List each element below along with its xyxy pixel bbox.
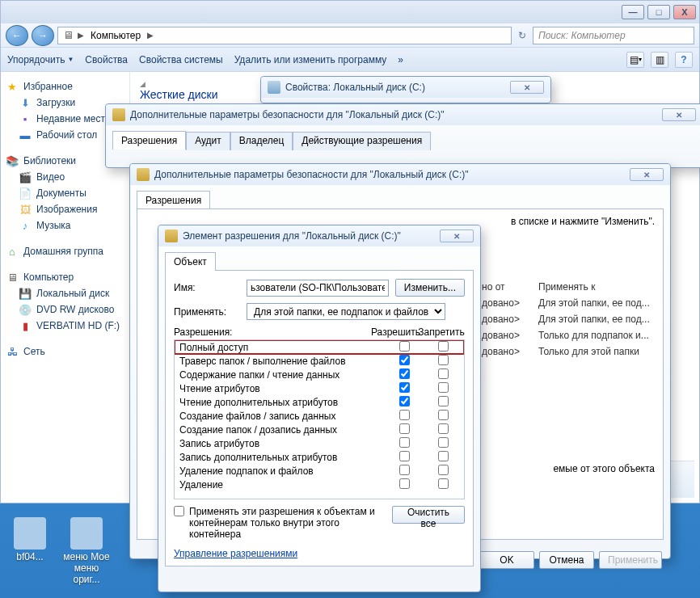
tab-effective[interactable]: Действующие разрешения xyxy=(293,132,431,150)
toolbar-properties[interactable]: Свойства xyxy=(85,54,128,65)
allow-checkbox[interactable] xyxy=(399,410,410,420)
maximize-button[interactable]: □ xyxy=(647,5,670,19)
deny-checkbox[interactable] xyxy=(438,382,449,393)
cancel-button[interactable]: Отмена xyxy=(539,551,594,569)
manage-permissions-link[interactable]: Управление разрешениями xyxy=(174,548,297,559)
sidebar-local-disk[interactable]: 💾Локальный диск xyxy=(4,285,126,301)
close-icon[interactable]: ✕ xyxy=(510,81,544,94)
permission-row[interactable]: Траверс папок / выполнение файлов xyxy=(175,354,464,368)
apply-to-select[interactable]: Для этой папки, ее подпапок и файлов xyxy=(247,303,445,320)
address-field[interactable]: 🖥 ▶ Компьютер ▶ xyxy=(57,27,512,44)
allow-checkbox[interactable] xyxy=(399,368,410,379)
permission-list[interactable]: Полный доступТраверс папок / выполнение … xyxy=(174,339,465,499)
adv1-title: Дополнительные параметры безопасности дл… xyxy=(130,109,445,120)
toolbar-system-props[interactable]: Свойства системы xyxy=(139,54,223,65)
deny-checkbox[interactable] xyxy=(438,451,449,461)
allow-checkbox[interactable] xyxy=(399,478,410,489)
adv2-titlebar[interactable]: Дополнительные параметры безопасности дл… xyxy=(130,164,670,185)
perm-titlebar[interactable]: Элемент разрешения для "Локальный диск (… xyxy=(158,225,480,246)
toolbar-organize[interactable]: Упорядочить▼ xyxy=(7,54,74,65)
deny-checkbox[interactable] xyxy=(438,341,449,352)
allow-checkbox[interactable] xyxy=(399,423,410,434)
apply-container-checkbox[interactable]: Применять эти разрешения к объектам и ко… xyxy=(174,506,384,540)
close-icon[interactable]: ✕ xyxy=(630,168,664,181)
allow-checkbox[interactable] xyxy=(399,341,410,352)
refresh-icon[interactable]: ↻ xyxy=(515,30,529,41)
deny-checkbox[interactable] xyxy=(438,396,449,406)
disk-icon: 💾 xyxy=(19,287,32,300)
close-icon[interactable]: ✕ xyxy=(440,230,474,242)
adv1-titlebar[interactable]: Дополнительные параметры безопасности дл… xyxy=(106,104,700,125)
permission-row[interactable]: Запись атрибутов xyxy=(175,436,464,450)
apply-container-chk[interactable] xyxy=(174,506,184,516)
deny-checkbox[interactable] xyxy=(438,368,449,379)
permission-row[interactable]: Создание файлов / запись данных xyxy=(175,409,464,423)
view-mode-button[interactable]: ▤▾ xyxy=(626,52,644,68)
allow-checkbox[interactable] xyxy=(399,437,410,448)
preview-pane-button[interactable]: ▥ xyxy=(651,52,668,68)
sidebar-favorites[interactable]: ★Избранное xyxy=(4,78,126,95)
allow-checkbox[interactable] xyxy=(399,396,410,406)
clear-all-button[interactable]: Очистить все xyxy=(392,506,465,524)
sidebar-network[interactable]: 🖧Сеть xyxy=(4,343,126,360)
table-row[interactable]: довано>Только для подпапок и... xyxy=(477,327,655,343)
recent-icon: ▪ xyxy=(19,112,32,125)
permission-row[interactable]: Удаление подпапок и файлов xyxy=(175,464,464,478)
permission-row[interactable]: Полный доступ xyxy=(175,340,464,354)
permission-name: Запись дополнительных атрибутов xyxy=(176,452,385,463)
deny-checkbox[interactable] xyxy=(438,423,449,434)
change-button[interactable]: Изменить... xyxy=(395,279,465,297)
permission-row[interactable]: Запись дополнительных атрибутов xyxy=(175,450,464,464)
tab-object[interactable]: Объект xyxy=(165,252,216,271)
desktop-file-1[interactable]: bf04... xyxy=(5,517,55,562)
deny-checkbox[interactable] xyxy=(438,465,449,475)
search-input[interactable]: Поиск: Компьютер xyxy=(533,27,694,44)
table-row[interactable]: довано>Только для этой папки xyxy=(477,343,655,360)
permission-row[interactable]: Чтение дополнительных атрибутов xyxy=(175,395,464,409)
deny-checkbox[interactable] xyxy=(438,355,449,365)
sidebar-music[interactable]: ♪Музыка xyxy=(4,217,126,234)
toolbar-more[interactable]: » xyxy=(398,54,403,65)
tab-permissions[interactable]: Разрешения xyxy=(112,131,186,150)
permission-row[interactable]: Удаление xyxy=(175,478,464,491)
sidebar-videos[interactable]: 🎬Видео xyxy=(4,169,126,185)
tab-audit[interactable]: Аудит xyxy=(186,132,230,150)
perm-panel: Имя: Изменить... Применять: Для этой пап… xyxy=(165,270,474,566)
help-button[interactable]: ? xyxy=(675,52,693,68)
cell-apply: Для этой папки, ее под... xyxy=(533,295,655,311)
sidebar-computer[interactable]: 🖥Компьютер xyxy=(4,269,126,285)
desktop-file-2[interactable]: меню Мое меню ориг... xyxy=(61,517,112,585)
deny-checkbox[interactable] xyxy=(438,437,449,448)
permission-name: Траверс папок / выполнение файлов xyxy=(176,356,385,367)
toolbar-uninstall[interactable]: Удалить или изменить программу xyxy=(234,54,387,65)
apply-button[interactable]: Применить xyxy=(599,551,662,569)
minimize-button[interactable]: — xyxy=(622,5,644,19)
allow-checkbox[interactable] xyxy=(399,451,410,461)
name-input[interactable] xyxy=(247,280,389,297)
close-icon[interactable]: ✕ xyxy=(662,108,696,121)
sidebar-homegroup[interactable]: ⌂Домашняя группа xyxy=(4,243,126,259)
deny-checkbox[interactable] xyxy=(438,410,449,420)
allow-checkbox[interactable] xyxy=(399,382,410,393)
ok-button[interactable]: OK xyxy=(479,551,534,569)
tab-owner[interactable]: Владелец xyxy=(230,132,293,150)
sidebar-documents[interactable]: 📄Документы xyxy=(4,185,126,201)
sidebar-pictures[interactable]: 🖼Изображения xyxy=(4,201,126,217)
nav-forward-button[interactable]: → xyxy=(32,25,54,46)
table-row[interactable]: довано>Для этой папки, ее под... xyxy=(477,311,655,327)
permission-row[interactable]: Чтение атрибутов xyxy=(175,381,464,395)
tab-permissions[interactable]: Разрешения xyxy=(137,191,210,209)
permission-name: Создание папок / дозапись данных xyxy=(176,424,385,436)
properties-titlebar[interactable]: Свойства: Локальный диск (C:) ✕ xyxy=(261,77,550,98)
nav-back-button[interactable]: ← xyxy=(6,25,28,46)
deny-checkbox[interactable] xyxy=(438,478,449,489)
permission-row[interactable]: Создание папок / дозапись данных xyxy=(175,423,464,436)
sidebar-dvd[interactable]: 💿DVD RW дисково xyxy=(4,301,126,318)
permission-row[interactable]: Содержание папки / чтение данных xyxy=(175,368,464,381)
table-row[interactable]: довано>Для этой папки, ее под... xyxy=(477,295,655,311)
breadcrumb-root[interactable]: Компьютер xyxy=(87,30,144,41)
sidebar-verbatim[interactable]: ▮VERBATIM HD (F:) xyxy=(4,318,126,334)
allow-checkbox[interactable] xyxy=(399,465,410,475)
close-button[interactable]: X xyxy=(673,5,696,19)
allow-checkbox[interactable] xyxy=(399,355,410,365)
